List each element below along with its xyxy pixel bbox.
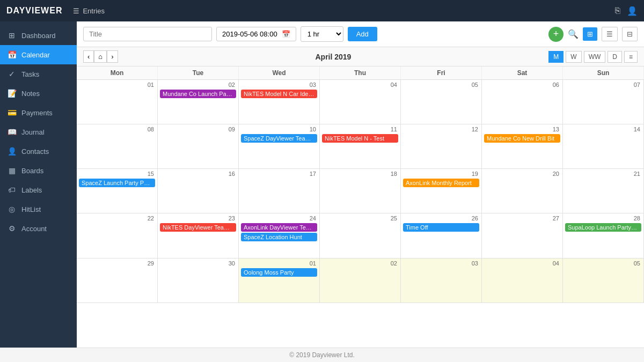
calendar-cell-4-1[interactable]: 30 bbox=[158, 258, 239, 302]
calendar-icon: 📅 bbox=[282, 30, 290, 38]
calendar-cell-2-2[interactable]: 17 bbox=[239, 169, 320, 213]
calendar-cell-4-3[interactable]: 02 bbox=[320, 258, 401, 302]
calendar-cell-2-0[interactable]: 15SpaceZ Launch Party Paym... bbox=[77, 169, 158, 213]
list-view-button[interactable]: ☰ bbox=[602, 27, 618, 41]
calendar-cell-3-0[interactable]: 22 bbox=[77, 213, 158, 257]
search-icon[interactable]: 🔍 bbox=[568, 29, 579, 39]
cell-date-4-6: 05 bbox=[565, 260, 641, 267]
calendar-event-3-6-0[interactable]: SupaLoop Launch Party Pa... bbox=[565, 223, 641, 232]
view-week-button[interactable]: W bbox=[566, 51, 581, 63]
view-workweek-button[interactable]: WW bbox=[584, 51, 606, 63]
calendar-event-0-1-0[interactable]: Mundane Co Launch Party ... bbox=[160, 90, 236, 98]
calendar-event-1-5-0[interactable]: Mundane Co New Drill Bit bbox=[484, 134, 560, 143]
copy-icon[interactable]: ⎘ bbox=[615, 6, 620, 16]
calendar-event-3-1-0[interactable]: NikTES DayViewer Team Room bbox=[160, 223, 236, 232]
duration-select[interactable]: 30 min1 hr2 hr3 hrAll Day bbox=[301, 26, 343, 42]
calendar-cell-4-5[interactable]: 04 bbox=[482, 258, 563, 302]
cell-date-1-3: 11 bbox=[322, 125, 398, 133]
cell-date-1-4: 12 bbox=[403, 125, 479, 133]
sidebar-item-account[interactable]: ⚙ Account bbox=[0, 219, 77, 238]
calendar-cell-4-6[interactable]: 05 bbox=[563, 258, 644, 302]
entries-menu[interactable]: ☰ Entries bbox=[73, 7, 104, 15]
cell-date-0-0: 01 bbox=[79, 81, 155, 88]
calendar-cell-0-4[interactable]: 05 bbox=[401, 80, 482, 124]
sidebar-item-labels[interactable]: 🏷 Labels bbox=[0, 180, 77, 200]
calendar-cell-2-6[interactable]: 21 bbox=[563, 169, 644, 213]
add-button[interactable]: Add bbox=[348, 27, 377, 41]
calendar-cell-2-4[interactable]: 19AxonLink Monthly Report bbox=[401, 169, 482, 213]
cell-date-2-0: 15 bbox=[79, 170, 155, 178]
calendar-event-2-4-0[interactable]: AxonLink Monthly Report bbox=[403, 179, 479, 187]
sidebar-icon-labels: 🏷 bbox=[8, 186, 16, 194]
calendar-event-3-4-0[interactable]: Time Off bbox=[403, 223, 479, 232]
title-input[interactable] bbox=[83, 27, 212, 41]
calendar-cell-1-2[interactable]: 10SpaceZ DayViewer Team Ro... bbox=[239, 124, 320, 168]
sidebar-item-notes[interactable]: 📝 Notes bbox=[0, 84, 77, 103]
calendar-cell-0-1[interactable]: 02Mundane Co Launch Party ... bbox=[158, 80, 239, 124]
calendar-cell-1-3[interactable]: 11NikTES Model N - Test bbox=[320, 124, 401, 168]
calendar-cell-2-3[interactable]: 18 bbox=[320, 169, 401, 213]
sidebar-item-boards[interactable]: ▦ Boards bbox=[0, 161, 77, 180]
calendar-cell-3-6[interactable]: 28SupaLoop Launch Party Pa... bbox=[563, 213, 644, 257]
calendar-cell-3-5[interactable]: 27 bbox=[482, 213, 563, 257]
sidebar-item-dashboard[interactable]: ⊞ Dashboard bbox=[0, 26, 77, 45]
topbar-right: ⎘ 👤 bbox=[615, 6, 638, 16]
sidebar-item-payments[interactable]: 💳 Payments bbox=[0, 103, 77, 122]
sidebar-icon-calendar: 📅 bbox=[8, 50, 16, 59]
calendar-cell-0-2[interactable]: 03NikTES Model N Car Ideas bbox=[239, 80, 320, 124]
prev-month-button[interactable]: ‹ bbox=[83, 50, 94, 63]
sidebar-label-payments: Payments bbox=[21, 109, 53, 117]
calendar-cell-1-4[interactable]: 12 bbox=[401, 124, 482, 168]
view-list-button[interactable]: ≡ bbox=[624, 51, 638, 63]
calendar-cell-0-3[interactable]: 04 bbox=[320, 80, 401, 124]
calendar-cell-0-6[interactable]: 07 bbox=[563, 80, 644, 124]
calendar-cell-4-0[interactable]: 29 bbox=[77, 258, 158, 302]
view-day-button[interactable]: D bbox=[608, 51, 622, 63]
calendar-event-0-2-0[interactable]: NikTES Model N Car Ideas bbox=[241, 90, 317, 98]
calendar-cell-3-2[interactable]: 24AxonLink DayViewer Team ...SpaceZ Loca… bbox=[239, 213, 320, 257]
sidebar-item-hitlist[interactable]: ◎ HitList bbox=[0, 200, 77, 219]
calendar-cell-1-6[interactable]: 14 bbox=[563, 124, 644, 168]
calendar-event-4-2-0[interactable]: Oolong Moss Party bbox=[241, 268, 317, 277]
view-options: M W WW D ≡ bbox=[548, 51, 638, 63]
calendar-event-1-3-0[interactable]: NikTES Model N - Test bbox=[322, 134, 398, 143]
cell-date-3-2: 24 bbox=[241, 215, 317, 222]
next-month-button[interactable]: › bbox=[107, 50, 118, 63]
datetime-field[interactable]: 2019-05-06 08:00 📅 bbox=[216, 27, 296, 41]
calendar-cell-1-5[interactable]: 13Mundane Co New Drill Bit bbox=[482, 124, 563, 168]
calendar-cell-0-0[interactable]: 01 bbox=[77, 80, 158, 124]
cell-date-0-6: 07 bbox=[565, 81, 641, 88]
sidebar-item-contacts[interactable]: 👤 Contacts bbox=[0, 142, 77, 161]
sidebar-label-tasks: Tasks bbox=[21, 70, 39, 78]
today-button[interactable]: ⌂ bbox=[94, 50, 107, 63]
cell-date-4-5: 04 bbox=[484, 260, 560, 267]
sidebar-item-tasks[interactable]: ✓ Tasks bbox=[0, 64, 77, 84]
calendar-cell-2-1[interactable]: 16 bbox=[158, 169, 239, 213]
compact-view-button[interactable]: ⊟ bbox=[622, 27, 638, 41]
view-month-button[interactable]: M bbox=[548, 51, 564, 63]
calendar-cell-3-3[interactable]: 25 bbox=[320, 213, 401, 257]
calendar-cell-4-4[interactable]: 03 bbox=[401, 258, 482, 302]
calendar-event-1-2-0[interactable]: SpaceZ DayViewer Team Ro... bbox=[241, 134, 317, 143]
calendar-cell-4-2[interactable]: 01Oolong Moss Party bbox=[239, 258, 320, 302]
sidebar-icon-payments: 💳 bbox=[8, 108, 16, 117]
cell-date-4-4: 03 bbox=[403, 260, 479, 267]
user-avatar[interactable]: 👤 bbox=[627, 6, 638, 16]
calendar-event-3-2-1[interactable]: SpaceZ Location Hunt bbox=[241, 233, 317, 241]
cell-date-0-4: 05 bbox=[403, 81, 479, 88]
calendar-cell-0-5[interactable]: 06 bbox=[482, 80, 563, 124]
quick-add-button[interactable]: + bbox=[548, 27, 564, 42]
calendar-cell-1-1[interactable]: 09 bbox=[158, 124, 239, 168]
calendar-cell-3-4[interactable]: 26Time Off bbox=[401, 213, 482, 257]
sidebar-item-calendar[interactable]: 📅 Calendar bbox=[0, 45, 77, 64]
sidebar-item-journal[interactable]: 📖 Journal bbox=[0, 122, 77, 142]
cell-date-3-0: 22 bbox=[79, 215, 155, 222]
calendar-event-2-0-0[interactable]: SpaceZ Launch Party Paym... bbox=[79, 179, 155, 187]
grid-view-button[interactable]: ⊞ bbox=[583, 27, 597, 41]
calendar-event-3-2-0[interactable]: AxonLink DayViewer Team ... bbox=[241, 223, 317, 232]
calendar-cell-2-5[interactable]: 20 bbox=[482, 169, 563, 213]
calendar-cell-3-1[interactable]: 23NikTES DayViewer Team Room bbox=[158, 213, 239, 257]
calendar-cell-1-0[interactable]: 08 bbox=[77, 124, 158, 168]
entries-label: Entries bbox=[83, 7, 104, 15]
cell-date-0-2: 03 bbox=[241, 81, 317, 88]
